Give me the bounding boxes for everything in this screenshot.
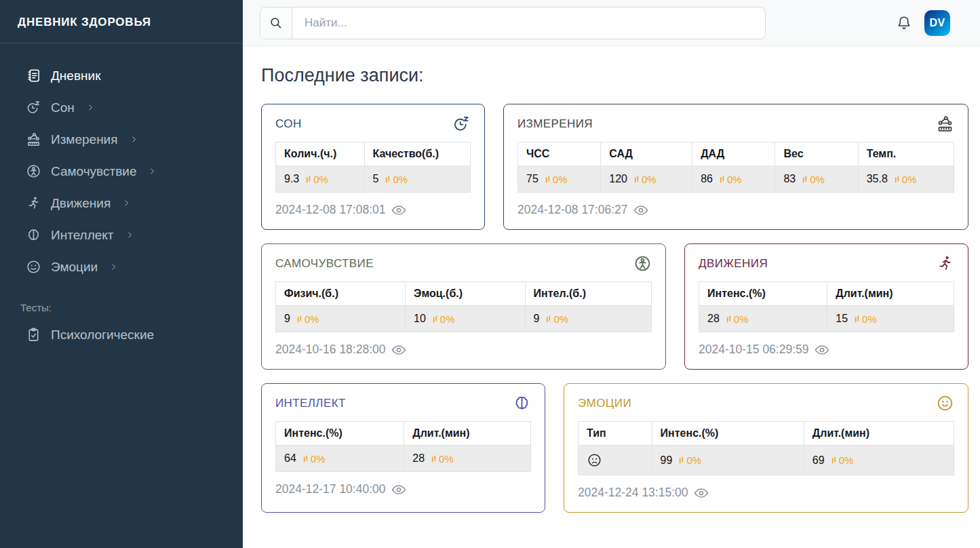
cell-value: 83 bbox=[783, 173, 796, 185]
column-header: Качество(б.) bbox=[364, 142, 470, 166]
value-cell bbox=[579, 446, 652, 475]
delta-percent: 0% bbox=[432, 313, 455, 325]
value-cell: 35.80% bbox=[858, 166, 954, 193]
sidebar-item-journal[interactable]: Дневник bbox=[0, 60, 243, 92]
notifications-bell-icon[interactable] bbox=[896, 15, 912, 31]
delta-percent: 0% bbox=[302, 453, 326, 465]
sidebar-item-measure[interactable]: Измерения bbox=[0, 123, 243, 155]
column-header: Длит.(мин) bbox=[804, 422, 954, 446]
sidebar-item-brain[interactable]: Интеллект bbox=[0, 219, 243, 251]
sleep-clock-icon bbox=[452, 115, 471, 133]
sidebar-item-label: Движения bbox=[51, 196, 111, 211]
chevron-right-icon bbox=[122, 198, 131, 208]
sidebar-item-sleep-clock[interactable]: Сон bbox=[0, 92, 243, 123]
value-cell: 50% bbox=[364, 166, 470, 193]
search-icon[interactable] bbox=[260, 7, 292, 39]
cell-value: 35.8 bbox=[867, 173, 888, 185]
delta-percent: 0% bbox=[296, 313, 319, 325]
delta-bars-icon bbox=[719, 175, 725, 184]
view-entry-icon[interactable] bbox=[391, 345, 406, 355]
card-table: ТипИнтенс.(%)Длит.(мин)990%690% bbox=[578, 421, 954, 475]
column-header: Тип bbox=[579, 422, 652, 446]
delta-bars-icon bbox=[305, 175, 311, 184]
value-cell: 990% bbox=[652, 446, 804, 475]
card-son: СОНКолич.(ч.)Качество(б.)9.30%50%2024-12… bbox=[261, 104, 485, 230]
view-entry-icon[interactable] bbox=[391, 205, 406, 216]
column-header: Интенс.(%) bbox=[699, 282, 827, 306]
user-avatar[interactable]: DV bbox=[924, 10, 950, 36]
record-timestamp: 2024-12-08 17:08:01 bbox=[275, 203, 471, 217]
card-table: Физич.(б.)Эмоц.(б.)Интел.(б.)90%100%90% bbox=[275, 281, 652, 332]
delta-bars-icon bbox=[726, 315, 732, 324]
sidebar: ДНЕВНИК ЗДОРОВЬЯ ДневникСонИзмеренияСамо… bbox=[0, 0, 243, 548]
view-entry-icon[interactable] bbox=[694, 488, 709, 498]
topbar: DV bbox=[243, 0, 980, 46]
column-header: Физич.(б.) bbox=[276, 282, 406, 306]
card-title: ЭМОЦИИ bbox=[578, 394, 631, 410]
timestamp-text: 2024-10-15 06:29:59 bbox=[699, 342, 809, 357]
column-header: Эмоц.(б.) bbox=[406, 282, 526, 306]
view-entry-icon[interactable] bbox=[815, 345, 829, 355]
card-emocii: ЭМОЦИИТипИнтенс.(%)Длит.(мин)990%690%202… bbox=[564, 383, 968, 513]
clipboard-check-icon bbox=[26, 327, 41, 342]
sidebar-item-runner[interactable]: Движения bbox=[0, 187, 243, 219]
value-cell: 9.30% bbox=[276, 166, 365, 193]
chevron-right-icon bbox=[86, 102, 95, 113]
value-cell: 90% bbox=[276, 306, 406, 332]
sidebar-tests-nav: Психологические bbox=[0, 319, 243, 351]
record-timestamp: 2024-10-16 18:28:00 bbox=[275, 342, 652, 357]
app-title: ДНЕВНИК ЗДОРОВЬЯ bbox=[0, 0, 243, 43]
runner-icon bbox=[26, 195, 41, 211]
body-icon bbox=[26, 163, 41, 179]
view-entry-icon[interactable] bbox=[633, 205, 648, 216]
delta-percent: 0% bbox=[305, 174, 328, 185]
column-header: ЧСС bbox=[518, 142, 601, 166]
column-header: Колич.(ч.) bbox=[276, 142, 365, 166]
delta-percent: 0% bbox=[894, 174, 917, 185]
cell-value: 64 bbox=[284, 452, 296, 465]
delta-bars-icon bbox=[831, 456, 837, 465]
chevron-right-icon bbox=[109, 262, 118, 272]
delta-bars-icon bbox=[802, 175, 808, 184]
delta-bars-icon bbox=[432, 315, 438, 324]
search-input[interactable] bbox=[292, 7, 765, 39]
delta-bars-icon bbox=[545, 315, 551, 324]
delta-percent: 0% bbox=[831, 454, 854, 466]
cell-value: 5 bbox=[373, 173, 379, 185]
timestamp-text: 2024-12-08 17:06:27 bbox=[517, 203, 628, 217]
cell-value: 15 bbox=[836, 313, 848, 325]
journal-icon bbox=[26, 68, 41, 83]
value-cell: 750% bbox=[518, 166, 601, 193]
value-cell: 640% bbox=[276, 446, 404, 472]
column-header: Длит.(мин) bbox=[404, 422, 531, 446]
table-row: 280%150% bbox=[699, 306, 954, 332]
card-table: Интенс.(%)Длит.(мин)280%150% bbox=[699, 281, 954, 332]
chevron-right-icon bbox=[130, 134, 138, 144]
sidebar-item-clipboard-check[interactable]: Психологические bbox=[0, 319, 243, 351]
cell-value: 9 bbox=[534, 313, 540, 325]
value-cell: 100% bbox=[406, 306, 526, 332]
cell-value: 9 bbox=[284, 313, 290, 325]
table-row: 990%690% bbox=[579, 446, 954, 475]
column-header: Вес bbox=[775, 142, 858, 166]
cell-value: 99 bbox=[661, 454, 673, 467]
brain-icon bbox=[26, 227, 41, 243]
cell-value: 69 bbox=[812, 454, 825, 467]
sleep-clock-icon bbox=[26, 100, 41, 115]
delta-percent: 0% bbox=[545, 174, 568, 185]
chevron-right-icon bbox=[125, 230, 134, 240]
column-header: САД bbox=[601, 142, 692, 166]
card-table: ЧСССАДДАДВесТемп.750%1200%860%830%35.80% bbox=[517, 142, 954, 193]
table-row: 750%1200%860%830%35.80% bbox=[518, 166, 954, 193]
table-row: 90%100%90% bbox=[276, 306, 652, 332]
card-samochuvstvie: САМОЧУВСТВИЕФизич.(б.)Эмоц.(б.)Интел.(б.… bbox=[261, 243, 666, 370]
chevron-right-icon bbox=[148, 166, 157, 176]
cards-grid: СОНКолич.(ч.)Качество(б.)9.30%50%2024-12… bbox=[261, 104, 968, 513]
sidebar-item-body[interactable]: Самочувствие bbox=[0, 155, 243, 187]
sidebar-item-smiley[interactable]: Эмоции bbox=[0, 251, 243, 283]
card-dvizheniya: ДВИЖЕНИЯИнтенс.(%)Длит.(мин)280%150%2024… bbox=[684, 243, 968, 370]
card-title: САМОЧУВСТВИЕ bbox=[275, 254, 374, 271]
view-entry-icon[interactable] bbox=[391, 484, 406, 495]
column-header: Темп. bbox=[858, 142, 954, 166]
sidebar-item-label: Эмоции bbox=[51, 260, 98, 275]
